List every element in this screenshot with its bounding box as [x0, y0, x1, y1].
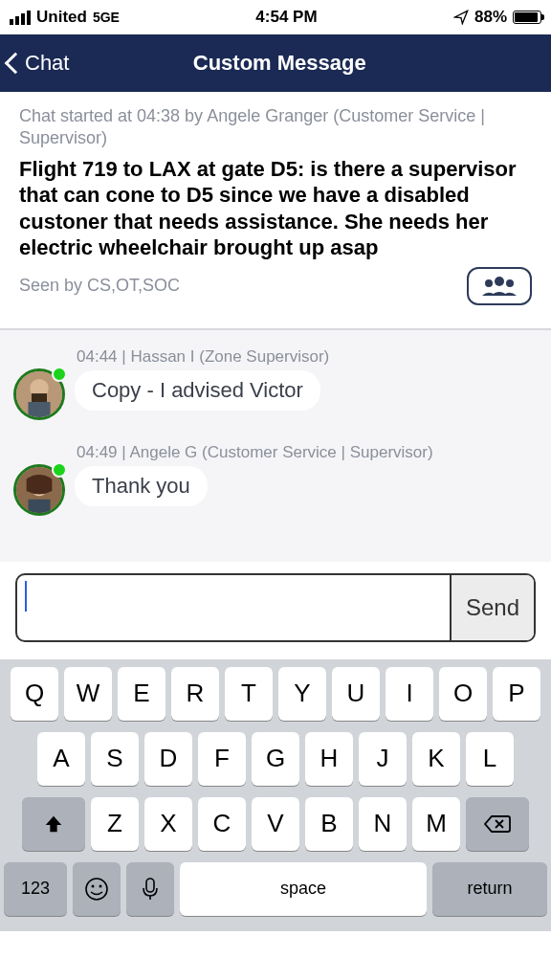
key-numbers[interactable]: 123 — [4, 862, 67, 916]
message-input[interactable] — [17, 575, 450, 640]
seen-by-label: Seen by CS,OT,SOC — [19, 276, 180, 296]
message-meta: 04:44 | Hassan I (Zone Supervisor) — [77, 347, 329, 367]
message-list[interactable]: 04:44 | Hassan I (Zone Supervisor) Copy … — [0, 330, 551, 562]
backspace-icon — [484, 814, 511, 834]
key-k[interactable]: K — [412, 732, 460, 786]
key-return[interactable]: return — [432, 862, 547, 916]
key-l[interactable]: L — [466, 732, 514, 786]
presence-dot-icon — [52, 462, 67, 478]
key-v[interactable]: V — [252, 797, 299, 851]
chat-header: Chat started at 04:38 by Angele Granger … — [0, 92, 551, 315]
key-shift[interactable] — [22, 797, 85, 851]
svg-point-0 — [495, 277, 504, 286]
avatar-wrap[interactable] — [13, 368, 65, 420]
key-i[interactable]: I — [386, 667, 433, 721]
key-g[interactable]: G — [252, 732, 299, 786]
page-title: Custom Message — [15, 51, 543, 76]
key-a[interactable]: A — [37, 732, 85, 786]
key-w[interactable]: W — [64, 667, 112, 721]
key-x[interactable]: X — [144, 797, 192, 851]
key-row-3: Z X C V B N M — [4, 797, 547, 851]
key-j[interactable]: J — [359, 732, 407, 786]
svg-rect-9 — [28, 500, 50, 513]
chat-area: Chat started at 04:38 by Angele Granger … — [0, 92, 551, 562]
message-row: 04:44 | Hassan I (Zone Supervisor) Copy … — [13, 347, 538, 420]
svg-rect-6 — [28, 402, 50, 417]
network-label: 5GE — [93, 10, 120, 25]
key-f[interactable]: F — [198, 732, 246, 786]
battery-pct: 88% — [474, 8, 507, 27]
mic-icon — [142, 877, 159, 902]
nav-bar: Chat Custom Message — [0, 34, 551, 92]
key-r[interactable]: R — [171, 667, 219, 721]
key-b[interactable]: B — [305, 797, 353, 851]
key-h[interactable]: H — [305, 732, 353, 786]
presence-dot-icon — [52, 367, 67, 382]
svg-point-11 — [92, 884, 95, 887]
emoji-icon — [84, 877, 109, 902]
key-u[interactable]: U — [332, 667, 380, 721]
carrier-label: United — [36, 8, 87, 27]
message-meta: 04:49 | Angele G (Customer Service | Sup… — [77, 443, 433, 462]
svg-rect-5 — [32, 393, 47, 402]
key-row-1: Q W E R T Y U I O P — [4, 667, 547, 721]
key-o[interactable]: O — [439, 667, 487, 721]
signal-icon — [10, 11, 31, 25]
group-icon — [480, 275, 518, 298]
chat-started-label: Chat started at 04:38 by Angele Granger … — [19, 105, 532, 150]
svg-rect-13 — [146, 879, 154, 892]
svg-point-2 — [506, 279, 514, 287]
key-row-4: 123 space return — [4, 862, 547, 916]
status-bar: United 5GE 4:54 PM 88% — [0, 0, 551, 34]
key-z[interactable]: Z — [91, 797, 139, 851]
shift-icon — [43, 813, 64, 835]
key-m[interactable]: M — [412, 797, 460, 851]
key-q[interactable]: Q — [11, 667, 58, 721]
message-bubble[interactable]: Copy - I advised Victor — [75, 370, 320, 411]
message-bubble[interactable]: Thank you — [75, 466, 208, 506]
key-space[interactable]: space — [180, 862, 427, 916]
participants-button[interactable] — [467, 267, 532, 305]
location-icon — [453, 10, 469, 25]
key-p[interactable]: P — [493, 667, 540, 721]
status-left: United 5GE — [10, 8, 120, 27]
key-backspace[interactable] — [466, 797, 529, 851]
message-row: 04:49 | Angele G (Customer Service | Sup… — [13, 443, 538, 516]
avatar-wrap[interactable] — [13, 464, 65, 516]
key-row-2: A S D F G H J K L — [4, 732, 547, 786]
keyboard: Q W E R T Y U I O P A S D F G H J K L Z … — [0, 659, 551, 931]
battery-icon — [513, 11, 541, 24]
key-d[interactable]: D — [144, 732, 192, 786]
key-dictation[interactable] — [126, 862, 174, 916]
send-button[interactable]: Send — [450, 575, 534, 640]
message-input-wrap: Send — [15, 573, 536, 642]
key-n[interactable]: N — [359, 797, 407, 851]
text-cursor-icon — [25, 581, 27, 612]
input-bar: Send — [0, 562, 551, 659]
svg-point-12 — [99, 884, 102, 887]
key-t[interactable]: T — [225, 667, 273, 721]
clock: 4:54 PM — [120, 8, 453, 27]
key-y[interactable]: Y — [278, 667, 326, 721]
initial-message: Flight 719 to LAX at gate D5: is there a… — [19, 156, 532, 261]
key-emoji[interactable] — [73, 862, 121, 916]
key-c[interactable]: C — [198, 797, 246, 851]
svg-point-10 — [86, 879, 107, 900]
key-s[interactable]: S — [91, 732, 139, 786]
svg-point-1 — [485, 279, 493, 287]
status-right: 88% — [453, 8, 541, 27]
key-e[interactable]: E — [118, 667, 165, 721]
